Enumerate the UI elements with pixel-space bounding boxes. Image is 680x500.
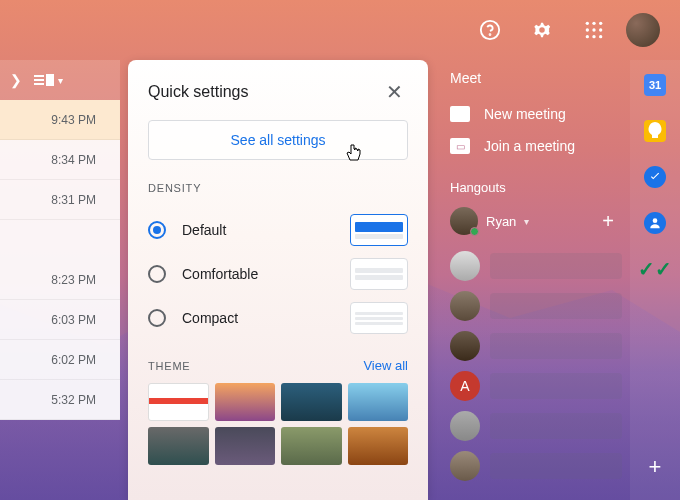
view-all-themes-link[interactable]: View all bbox=[363, 358, 408, 373]
svg-point-3 bbox=[592, 22, 595, 25]
theme-tile[interactable] bbox=[348, 427, 409, 465]
split-pane-toggle[interactable]: ▾ bbox=[34, 74, 63, 86]
contact-avatar bbox=[450, 251, 480, 281]
svg-point-12 bbox=[653, 218, 658, 223]
right-column: Meet New meeting ▭ Join a meeting Hangou… bbox=[442, 70, 622, 481]
panel-title: Quick settings bbox=[148, 83, 248, 101]
svg-point-2 bbox=[586, 22, 589, 25]
see-all-label: See all settings bbox=[231, 132, 326, 148]
svg-rect-11 bbox=[453, 109, 463, 119]
join-meeting-button[interactable]: ▭ Join a meeting bbox=[442, 130, 622, 162]
contact-avatar bbox=[450, 411, 480, 441]
double-check-icon[interactable]: ✓✓ bbox=[644, 258, 666, 280]
new-meeting-button[interactable]: New meeting bbox=[442, 98, 622, 130]
topbar bbox=[0, 0, 680, 60]
density-option-default[interactable]: Default bbox=[148, 208, 408, 252]
radio-unselected-icon bbox=[148, 309, 166, 327]
video-camera-icon bbox=[450, 106, 470, 122]
theme-tile[interactable] bbox=[215, 427, 276, 465]
theme-tile[interactable] bbox=[148, 383, 209, 421]
density-label: Compact bbox=[182, 310, 238, 326]
quick-settings-panel: Quick settings ✕ See all settings DENSIT… bbox=[128, 60, 428, 500]
add-addon-button[interactable]: + bbox=[649, 454, 662, 480]
contact-row[interactable] bbox=[450, 451, 622, 481]
help-icon[interactable] bbox=[470, 10, 510, 50]
svg-point-1 bbox=[490, 34, 491, 35]
svg-point-7 bbox=[599, 28, 602, 31]
theme-tile[interactable] bbox=[348, 383, 409, 421]
see-all-settings-button[interactable]: See all settings bbox=[148, 120, 408, 160]
svg-point-5 bbox=[586, 28, 589, 31]
density-label: Default bbox=[182, 222, 226, 238]
time-row-empty bbox=[0, 220, 120, 260]
svg-point-10 bbox=[599, 35, 602, 38]
density-section-label: DENSITY bbox=[148, 182, 408, 194]
time-row[interactable]: 8:23 PM bbox=[0, 260, 120, 300]
svg-point-4 bbox=[599, 22, 602, 25]
density-option-compact[interactable]: Compact bbox=[148, 296, 408, 340]
contact-row[interactable] bbox=[450, 251, 622, 281]
svg-point-9 bbox=[592, 35, 595, 38]
new-meeting-label: New meeting bbox=[484, 106, 566, 122]
contact-list: A bbox=[442, 251, 622, 481]
calendar-icon[interactable]: 31 bbox=[644, 74, 666, 96]
contact-row[interactable] bbox=[450, 291, 622, 321]
tasks-icon[interactable] bbox=[644, 166, 666, 188]
radio-selected-icon bbox=[148, 221, 166, 239]
theme-tile[interactable] bbox=[281, 383, 342, 421]
contact-avatar bbox=[450, 451, 480, 481]
left-column: ❯ ▾ 9:43 PM 8:34 PM 8:31 PM 8:23 PM 6:03… bbox=[0, 60, 120, 500]
contact-name-placeholder bbox=[490, 253, 622, 279]
time-row[interactable]: 9:43 PM bbox=[0, 100, 120, 140]
apps-grid-icon[interactable] bbox=[574, 10, 614, 50]
contact-row[interactable]: A bbox=[450, 371, 622, 401]
contact-name-placeholder bbox=[490, 293, 622, 319]
contact-row[interactable] bbox=[450, 331, 622, 361]
density-preview-default bbox=[350, 214, 408, 246]
theme-tile[interactable] bbox=[281, 427, 342, 465]
time-row[interactable]: 5:32 PM bbox=[0, 380, 120, 420]
keep-icon[interactable] bbox=[644, 120, 666, 142]
contact-avatar bbox=[450, 291, 480, 321]
chevron-down-icon: ▾ bbox=[524, 216, 529, 227]
chevron-right-icon[interactable]: ❯ bbox=[10, 72, 22, 88]
contact-name-placeholder bbox=[490, 373, 622, 399]
svg-point-6 bbox=[592, 28, 595, 31]
contact-row[interactable] bbox=[450, 411, 622, 441]
user-avatar bbox=[450, 207, 478, 235]
density-preview-compact bbox=[350, 302, 408, 334]
account-avatar[interactable] bbox=[626, 13, 660, 47]
contact-name-placeholder bbox=[490, 413, 622, 439]
density-label: Comfortable bbox=[182, 266, 258, 282]
hangouts-username: Ryan bbox=[486, 214, 516, 229]
contact-name-placeholder bbox=[490, 453, 622, 479]
time-row[interactable]: 6:03 PM bbox=[0, 300, 120, 340]
hangouts-section-title: Hangouts bbox=[442, 180, 622, 195]
contacts-icon[interactable] bbox=[644, 212, 666, 234]
cursor-pointer-icon bbox=[345, 143, 363, 165]
theme-section-label: THEME bbox=[148, 360, 191, 372]
contact-avatar-letter: A bbox=[450, 371, 480, 401]
theme-tile[interactable] bbox=[215, 383, 276, 421]
contact-avatar bbox=[450, 331, 480, 361]
theme-tile[interactable] bbox=[148, 427, 209, 465]
svg-point-8 bbox=[586, 35, 589, 38]
radio-unselected-icon bbox=[148, 265, 166, 283]
status-online-icon bbox=[470, 227, 479, 236]
time-row[interactable]: 8:34 PM bbox=[0, 140, 120, 180]
time-row[interactable]: 8:31 PM bbox=[0, 180, 120, 220]
density-option-comfortable[interactable]: Comfortable bbox=[148, 252, 408, 296]
hangouts-current-user[interactable]: Ryan ▾ + bbox=[442, 203, 622, 239]
addon-sidebar: 31 ✓✓ + bbox=[630, 60, 680, 500]
left-toolbar: ❯ ▾ bbox=[0, 60, 120, 100]
theme-grid bbox=[148, 383, 408, 465]
close-icon[interactable]: ✕ bbox=[380, 78, 408, 106]
join-meeting-label: Join a meeting bbox=[484, 138, 575, 154]
new-conversation-button[interactable]: + bbox=[602, 210, 614, 233]
meet-section-title: Meet bbox=[442, 70, 622, 86]
contact-name-placeholder bbox=[490, 333, 622, 359]
time-list: 9:43 PM 8:34 PM 8:31 PM 8:23 PM 6:03 PM … bbox=[0, 100, 120, 420]
time-row[interactable]: 6:02 PM bbox=[0, 340, 120, 380]
gear-icon[interactable] bbox=[522, 10, 562, 50]
density-preview-comfortable bbox=[350, 258, 408, 290]
